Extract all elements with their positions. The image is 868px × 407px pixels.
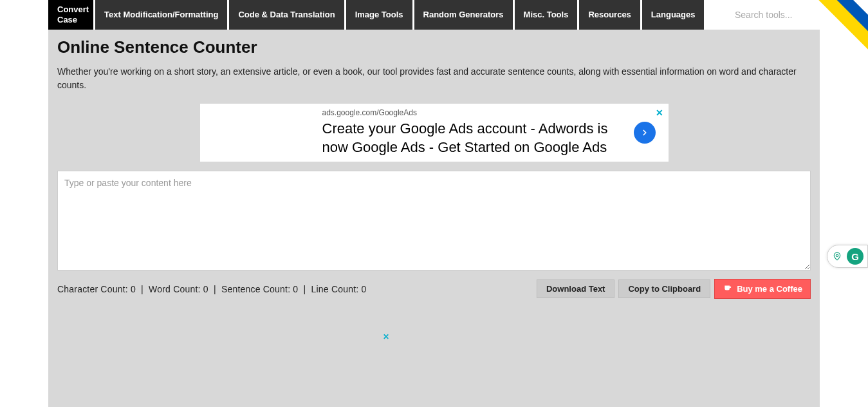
nav-convert-case[interactable]: Convert Case bbox=[48, 0, 93, 30]
copy-button[interactable]: Copy to Clipboard bbox=[618, 279, 710, 298]
ad-arrow-icon[interactable] bbox=[634, 122, 656, 144]
page-description: Whether you're working on a short story,… bbox=[57, 65, 811, 92]
top-nav: Convert Case Text Modification/Formattin… bbox=[0, 0, 868, 30]
small-ad-close-icon[interactable]: ✕ bbox=[383, 332, 389, 341]
nav-languages[interactable]: Languages bbox=[642, 0, 705, 30]
grammarly-pin-icon bbox=[831, 251, 843, 262]
coffee-icon bbox=[723, 283, 733, 294]
content-textarea[interactable] bbox=[57, 171, 811, 270]
svg-point-0 bbox=[836, 254, 838, 257]
download-button[interactable]: Download Text bbox=[537, 279, 614, 298]
coffee-button[interactable]: Buy me a Coffee bbox=[714, 279, 811, 299]
stats-row: Character Count: 0 | Word Count: 0 | Sen… bbox=[57, 272, 811, 305]
nav-random-gen[interactable]: Random Generators bbox=[414, 0, 513, 30]
page-title: Online Sentence Counter bbox=[57, 37, 811, 57]
grammarly-logo-icon: G bbox=[847, 248, 863, 265]
grammarly-widget[interactable]: G bbox=[827, 245, 868, 268]
nav-resources[interactable]: Resources bbox=[579, 0, 640, 30]
counts-text: Character Count: 0 | Word Count: 0 | Sen… bbox=[57, 284, 533, 294]
nav-image-tools[interactable]: Image Tools bbox=[346, 0, 412, 30]
main-content: Online Sentence Counter Whether you're w… bbox=[48, 30, 820, 407]
nav-text-mod[interactable]: Text Modification/Formatting bbox=[95, 0, 227, 30]
nav-misc-tools[interactable]: Misc. Tools bbox=[515, 0, 578, 30]
ad-banner[interactable]: ✕ ads.google.com/GoogleAds Create your G… bbox=[200, 104, 669, 162]
nav-code-data[interactable]: Code & Data Translation bbox=[229, 0, 344, 30]
ad-close-icon[interactable]: ✕ bbox=[656, 108, 663, 118]
ad-url: ads.google.com/GoogleAds bbox=[322, 108, 630, 117]
search-input[interactable] bbox=[730, 0, 820, 30]
ad-headline: Create your Google Ads account - Adwords… bbox=[322, 120, 630, 156]
